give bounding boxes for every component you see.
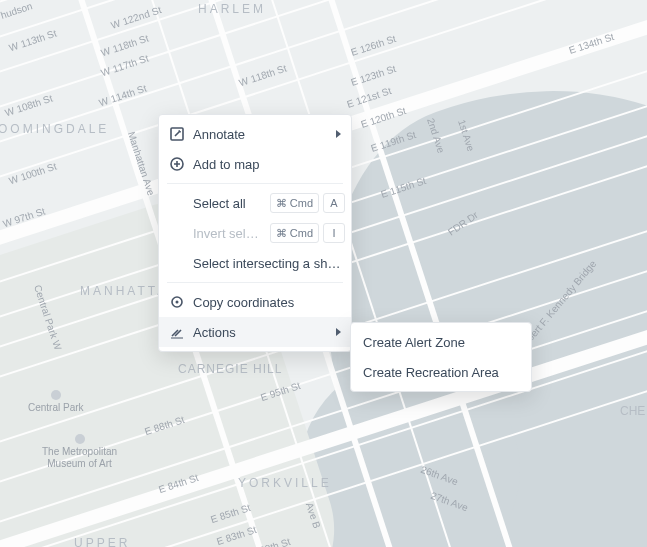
keyboard-shortcut: ⌘ Cmd I bbox=[270, 223, 345, 243]
menu-item-actions[interactable]: Actions bbox=[159, 317, 351, 347]
key-cmd: ⌘ Cmd bbox=[270, 193, 319, 213]
key-cmd: ⌘ Cmd bbox=[270, 223, 319, 243]
context-menu: Annotate Add to map Select all ⌘ Cmd A I… bbox=[158, 114, 352, 352]
area-label-bloomingdale: OOMINGDALE bbox=[0, 122, 109, 136]
target-icon bbox=[169, 294, 185, 310]
chevron-right-icon bbox=[336, 328, 341, 336]
poi-label: Central Park bbox=[28, 402, 84, 413]
area-label-yorkville: YORKVILLE bbox=[238, 476, 332, 490]
menu-item-label: Annotate bbox=[193, 127, 328, 142]
menu-item-invert-selection[interactable]: Invert selection ⌘ Cmd I bbox=[159, 218, 351, 248]
map-pin-icon bbox=[75, 434, 85, 444]
keyboard-shortcut: ⌘ Cmd A bbox=[270, 193, 345, 213]
poi-label: The Metropolitan Museum of Art bbox=[42, 446, 117, 470]
submenu-item-create-recreation-area[interactable]: Create Recreation Area bbox=[351, 357, 531, 387]
edit-square-icon bbox=[169, 126, 185, 142]
menu-item-label: Create Alert Zone bbox=[361, 335, 521, 350]
menu-item-add-to-map[interactable]: Add to map bbox=[159, 149, 351, 179]
menu-separator bbox=[167, 282, 343, 283]
svg-point-3 bbox=[176, 301, 179, 304]
area-label-che: Che bbox=[620, 404, 645, 418]
chevron-right-icon bbox=[336, 130, 341, 138]
menu-item-select-all[interactable]: Select all ⌘ Cmd A bbox=[159, 188, 351, 218]
menu-item-label: Actions bbox=[193, 325, 328, 340]
menu-item-label: Invert selection bbox=[193, 226, 262, 241]
actions-icon bbox=[169, 324, 185, 340]
poi-met: The Metropolitan Museum of Art bbox=[42, 446, 117, 470]
menu-item-label: Select intersecting a shape… bbox=[193, 256, 341, 271]
menu-separator bbox=[167, 183, 343, 184]
menu-item-select-intersecting[interactable]: Select intersecting a shape… bbox=[159, 248, 351, 278]
actions-submenu: Create Alert Zone Create Recreation Area bbox=[350, 322, 532, 392]
map-pin-icon bbox=[51, 390, 61, 400]
menu-item-label: Copy coordinates bbox=[193, 295, 341, 310]
menu-item-copy-coordinates[interactable]: Copy coordinates bbox=[159, 287, 351, 317]
area-label-upper: UPPER bbox=[74, 536, 130, 547]
menu-item-label: Create Recreation Area bbox=[361, 365, 521, 380]
area-label-carnegie: CARNEGIE HILL bbox=[178, 362, 282, 376]
submenu-item-create-alert-zone[interactable]: Create Alert Zone bbox=[351, 327, 531, 357]
street-label: hudson bbox=[0, 0, 34, 21]
poi-central-park: Central Park bbox=[28, 402, 84, 414]
key-letter: A bbox=[323, 193, 345, 213]
menu-item-annotate[interactable]: Annotate bbox=[159, 119, 351, 149]
plus-circle-icon bbox=[169, 156, 185, 172]
key-letter: I bbox=[323, 223, 345, 243]
menu-item-label: Add to map bbox=[193, 157, 341, 172]
street-label: W 114th St bbox=[98, 83, 148, 109]
menu-item-label: Select all bbox=[193, 196, 262, 211]
area-label-harlem: HARLEM bbox=[198, 2, 266, 16]
